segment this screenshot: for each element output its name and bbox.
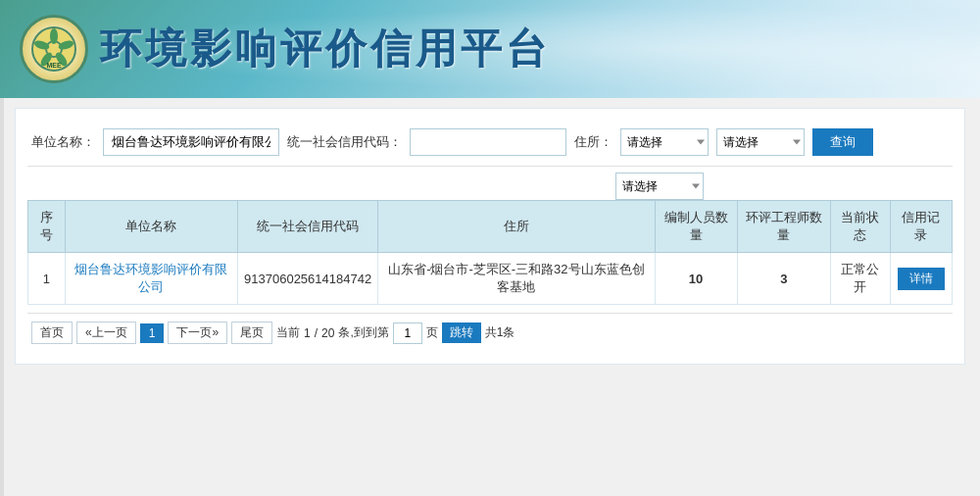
page-header: MEE 环境影响评价信用平台: [0, 0, 980, 98]
search-bar: 单位名称： 统一社会信用代码： 住所： 请选择 请选择 查询: [27, 121, 953, 167]
query-button[interactable]: 查询: [812, 128, 873, 156]
col-address: 住所: [378, 201, 655, 253]
page-total-num: 20: [321, 326, 334, 340]
data-table: 序号 单位名称 统一社会信用代码 住所 编制人员数量 环评工程师数量 当前状态 …: [27, 200, 953, 305]
svg-point-2: [50, 28, 58, 44]
unit-name-label: 单位名称：: [31, 133, 95, 151]
total-count: 共1条: [485, 324, 515, 341]
logo-container: MEE 环境影响评价信用平台: [20, 15, 551, 83]
city-select[interactable]: 请选择: [716, 128, 805, 156]
page-1-button[interactable]: 1: [140, 323, 165, 343]
cell-unit-name: 烟台鲁达环境影响评价有限公司: [65, 253, 237, 305]
cell-credit-code: 913706025614184742: [238, 253, 378, 305]
col-record: 信用记录: [890, 201, 952, 253]
detail-button[interactable]: 详情: [898, 268, 945, 290]
main-content: 单位名称： 统一社会信用代码： 住所： 请选择 请选择 查询 请选择: [15, 108, 965, 365]
cell-status: 正常公开: [831, 253, 891, 305]
table-header-row: 序号 单位名称 统一社会信用代码 住所 编制人员数量 环评工程师数量 当前状态 …: [28, 201, 953, 253]
select2-wrapper: 请选择: [716, 128, 805, 156]
search-row2: 请选择: [27, 173, 953, 200]
col-seq: 序号: [28, 201, 66, 253]
cell-seq: 1: [28, 253, 66, 305]
jump-button[interactable]: 跳转: [442, 322, 481, 343]
cell-engineer-count: 3: [737, 253, 830, 305]
page-slash: /: [315, 326, 318, 340]
select3-wrapper: 请选择: [615, 173, 704, 200]
logo-icon: MEE: [20, 15, 88, 83]
page-current-num: 1: [304, 326, 311, 340]
pagination: 首页 «上一页 1 下一页» 尾页 当前 1 / 20 条,到到第 页 跳转 共…: [27, 313, 953, 352]
unit-name-link[interactable]: 烟台鲁达环境影响评价有限公司: [74, 262, 227, 294]
col-status: 当前状态: [831, 201, 891, 253]
select1-wrapper: 请选择: [620, 128, 709, 156]
cell-staff-count: 10: [655, 253, 737, 305]
col-engineer-count: 环评工程师数量: [737, 201, 830, 253]
first-page-button[interactable]: 首页: [31, 322, 73, 344]
svg-text:MEE: MEE: [46, 62, 62, 69]
prev-page-button[interactable]: «上一页: [76, 322, 136, 344]
credit-code-label: 统一社会信用代码：: [287, 133, 402, 151]
location-label: 住所：: [574, 133, 612, 151]
cell-address: 山东省-烟台市-芝罘区-三和路32号山东蓝色创客基地: [378, 253, 655, 305]
credit-code-input[interactable]: [410, 128, 566, 156]
col-staff-count: 编制人员数量: [655, 201, 737, 253]
page-items-label: 条,到到第: [338, 324, 388, 341]
next-page-button[interactable]: 下一页»: [168, 322, 227, 344]
district-select[interactable]: 请选择: [615, 173, 704, 200]
table-row: 1 烟台鲁达环境影响评价有限公司 913706025614184742 山东省-…: [28, 253, 953, 305]
page-info-current-label: 当前: [276, 324, 300, 341]
jump-page-input[interactable]: [393, 322, 422, 344]
header-title: 环境影响评价信用平台: [100, 22, 551, 76]
last-page-button[interactable]: 尾页: [231, 322, 272, 344]
cell-record: 详情: [890, 253, 952, 305]
col-credit-code: 统一社会信用代码: [238, 201, 378, 253]
col-unit-name: 单位名称: [65, 201, 237, 253]
scrollbar: [0, 98, 4, 496]
unit-name-input[interactable]: [103, 128, 279, 156]
page-label: 页: [426, 324, 438, 341]
province-select[interactable]: 请选择: [620, 128, 709, 156]
